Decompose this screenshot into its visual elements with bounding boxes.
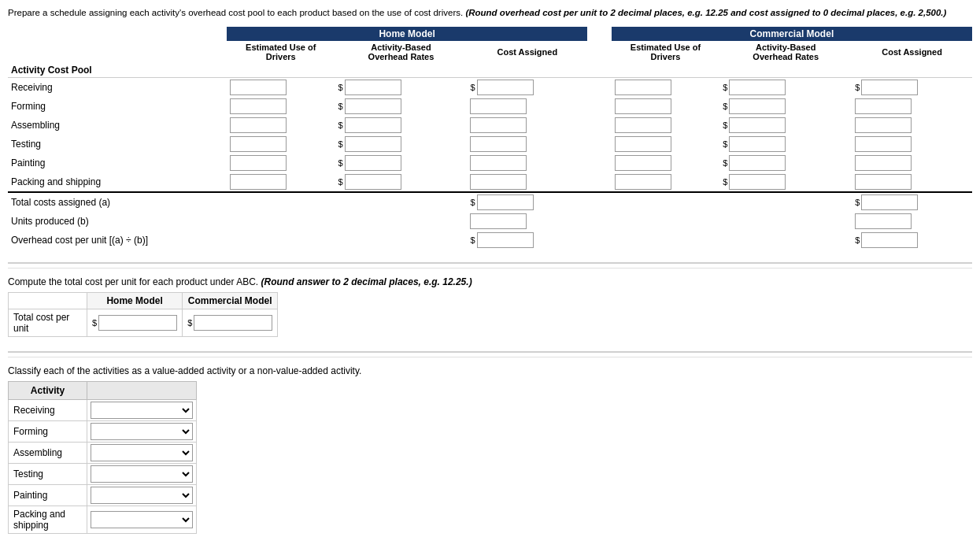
comm-drivers-forming[interactable] — [615, 98, 671, 114]
comm-assigned-forming[interactable] — [855, 98, 912, 114]
classify-row-assembling: Assembling Value-added Non-value-added — [9, 443, 197, 464]
classify-table: Activity Receiving Value-added Non-value… — [8, 381, 197, 534]
cost-home-header: Home Model — [87, 293, 183, 309]
cost-blank-header — [9, 293, 87, 309]
home-assigned-receiving[interactable] — [477, 80, 534, 95]
classify-select-packing[interactable]: Value-added Non-value-added — [91, 511, 193, 528]
instructions: Prepare a schedule assigning each activi… — [8, 6, 972, 19]
comm-assigned-receiving[interactable] — [861, 80, 918, 95]
home-drivers-receiving[interactable] — [230, 80, 287, 95]
home-assigned-painting[interactable] — [470, 155, 527, 171]
comm-drivers-assembling[interactable] — [615, 117, 671, 133]
comm-rate-receiving[interactable] — [729, 80, 786, 95]
home-total-cost-per-unit[interactable] — [98, 315, 177, 331]
home-overhead-per-unit[interactable] — [477, 232, 534, 248]
home-rate-receiving[interactable] — [345, 80, 401, 95]
comm-rate-painting[interactable] — [729, 155, 786, 171]
comm-units-produced[interactable] — [855, 213, 912, 229]
home-rate-assembling[interactable] — [345, 117, 401, 133]
table-row: Packing and shipping $ $ — [8, 172, 972, 192]
comm-assigned-testing[interactable] — [855, 136, 912, 152]
classify-label-forming: Forming — [9, 421, 87, 443]
home-drivers-assembling[interactable] — [230, 117, 287, 133]
comm-rates-header: Activity-BasedOverhead Rates — [719, 41, 852, 63]
home-rate-testing[interactable] — [345, 136, 401, 152]
classify-label-assembling: Assembling — [9, 443, 87, 464]
home-units-produced[interactable] — [470, 213, 527, 229]
units-produced-label: Units produced (b) — [8, 212, 227, 231]
home-drivers-packing[interactable] — [230, 174, 287, 190]
comm-drivers-painting[interactable] — [615, 155, 671, 171]
activity-testing: Testing — [8, 135, 227, 154]
classify-select-assembling[interactable]: Value-added Non-value-added — [91, 444, 193, 461]
activity-painting: Painting — [8, 154, 227, 172]
comm-rate-forming[interactable] — [729, 98, 786, 114]
classify-label-receiving: Receiving — [9, 400, 87, 421]
home-assigned-forming[interactable] — [470, 98, 527, 114]
units-produced-row: Units produced (b) — [8, 212, 972, 231]
comm-assigned-assembling[interactable] — [855, 117, 912, 133]
cost-commercial-header: Commercial Model — [183, 293, 278, 309]
home-rate-painting[interactable] — [345, 155, 401, 171]
classify-row-packing: Packing and shipping Value-added Non-val… — [9, 506, 197, 534]
home-assigned-assembling[interactable] — [470, 117, 527, 133]
classify-row-forming: Forming Value-added Non-value-added — [9, 421, 197, 443]
cost-table: Home Model Commercial Model Total cost p… — [8, 292, 278, 337]
comm-total-costs[interactable] — [861, 194, 918, 210]
home-assigned-testing[interactable] — [470, 136, 527, 152]
comm-rate-assembling[interactable] — [729, 117, 786, 133]
home-drivers-testing[interactable] — [230, 136, 287, 152]
activity-forming: Forming — [8, 97, 227, 116]
home-assigned-header: Cost Assigned — [467, 41, 587, 63]
table-row: Assembling $ $ — [8, 116, 972, 135]
activity-assembling: Assembling — [8, 116, 227, 135]
overhead-per-unit-label: Overhead cost per unit [(a) ÷ (b)] — [8, 231, 227, 250]
cost-section-instructions: Compute the total cost per unit for each… — [8, 276, 972, 287]
commercial-model-header: Commercial Model — [612, 27, 972, 41]
comm-drivers-packing[interactable] — [615, 174, 671, 190]
comm-assigned-packing[interactable] — [855, 174, 912, 190]
schedule-table: Home Model Commercial Model Estimated Us… — [8, 27, 972, 250]
comm-drivers-receiving[interactable] — [615, 80, 671, 95]
table-row: Receiving $ $ $ $ — [8, 78, 972, 98]
classify-select-painting[interactable]: Value-added Non-value-added — [91, 487, 193, 504]
activity-packing: Packing and shipping — [8, 172, 227, 192]
classify-select-forming[interactable]: Value-added Non-value-added — [91, 423, 193, 440]
home-drivers-header: Estimated Use ofDrivers — [227, 41, 335, 63]
home-drivers-forming[interactable] — [230, 98, 287, 114]
total-cost-row: Total cost per unit $ $ — [9, 309, 278, 337]
comm-rate-packing[interactable] — [729, 174, 786, 190]
home-model-header: Home Model — [227, 27, 587, 41]
home-drivers-painting[interactable] — [230, 155, 287, 171]
classify-label-painting: Painting — [9, 485, 87, 506]
table-row: Painting $ $ — [8, 154, 972, 172]
classify-label-packing: Packing and shipping — [9, 506, 87, 534]
home-assigned-packing[interactable] — [470, 174, 527, 190]
home-total-costs[interactable] — [477, 194, 534, 210]
home-rates-header: Activity-BasedOverhead Rates — [335, 41, 467, 63]
activity-col-header: Activity Cost Pool — [8, 63, 227, 78]
classify-activity-header: Activity — [9, 382, 87, 400]
home-rate-packing[interactable] — [345, 174, 401, 190]
comm-rate-testing[interactable] — [729, 136, 786, 152]
comm-assigned-header: Cost Assigned — [852, 41, 972, 63]
home-rate-forming[interactable] — [345, 98, 401, 114]
comm-drivers-header: Estimated Use ofDrivers — [612, 41, 719, 63]
classify-row-receiving: Receiving Value-added Non-value-added — [9, 400, 197, 421]
classify-instructions: Classify each of the activities as a val… — [8, 365, 972, 376]
table-row: Forming $ $ — [8, 97, 972, 116]
total-costs-row: Total costs assigned (a) $ $ — [8, 192, 972, 212]
classify-row-painting: Painting Value-added Non-value-added — [9, 485, 197, 506]
table-row: Testing $ $ — [8, 135, 972, 154]
classify-select-testing[interactable]: Value-added Non-value-added — [91, 465, 193, 483]
total-costs-label: Total costs assigned (a) — [8, 192, 227, 212]
comm-overhead-per-unit[interactable] — [861, 232, 918, 248]
comm-total-cost-per-unit[interactable] — [194, 315, 272, 331]
comm-assigned-painting[interactable] — [855, 155, 912, 171]
overhead-per-unit-row: Overhead cost per unit [(a) ÷ (b)] $ $ — [8, 231, 972, 250]
classify-select-receiving[interactable]: Value-added Non-value-added — [91, 402, 193, 419]
comm-drivers-testing[interactable] — [615, 136, 671, 152]
classify-row-testing: Testing Value-added Non-value-added — [9, 464, 197, 485]
classify-type-header — [87, 382, 197, 400]
classify-label-testing: Testing — [9, 464, 87, 485]
